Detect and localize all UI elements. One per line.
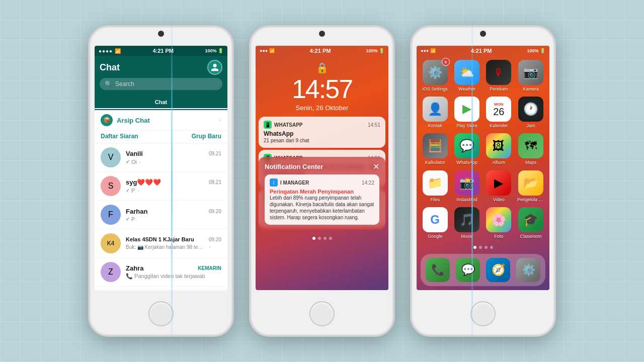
chat-item-kelas[interactable]: K4 Kelas 4SDN 1 KJajar Baru 09.20 Buk: 📷…: [95, 229, 227, 258]
new-group-button[interactable]: Grup Baru: [192, 133, 221, 140]
app-instamod[interactable]: 📸 InstasMod: [453, 170, 480, 202]
chat-info-farhan: Farhan 09.20 ✓ P: [126, 208, 221, 222]
notif-center-header: Notification Center ✕: [265, 162, 379, 171]
chat-info-syg: syg❤️❤️❤️ 09.21 ✓ P ›: [126, 178, 221, 194]
search-icon: 🔍: [105, 80, 112, 87]
app-contacts[interactable]: 👤 Kontak: [422, 97, 448, 128]
home-dot-1: [473, 246, 476, 249]
app-calculator[interactable]: 🧮 Kalkulator: [422, 133, 448, 165]
app-pengelola[interactable]: 📂 Pengelola File: [517, 170, 544, 202]
app-calendar[interactable]: MON 26 Kalender: [486, 97, 512, 128]
app-weather[interactable]: ⛅ Weather: [453, 60, 480, 92]
app-video[interactable]: ▶ Video: [486, 170, 512, 202]
app-grid: ⚙️ 6 iOS Settings ⛅ Weather 🎙 Perekam 📷 …: [417, 56, 549, 243]
chat-name-farhan: Farhan: [126, 208, 147, 215]
notif-body-1: 21 pesan dari 9 chat: [264, 137, 380, 144]
app-clock[interactable]: 🕐 Jam: [517, 97, 544, 128]
app-ios-settings[interactable]: ⚙️ 6 iOS Settings: [422, 60, 448, 92]
notif-manager-app: i I MANAGER: [270, 178, 309, 187]
classroom-label: Classroom: [520, 234, 541, 239]
page-dots-3: [417, 243, 549, 252]
app-camera[interactable]: 📷 Kamera: [517, 60, 544, 92]
photos-icon: 🌸: [486, 207, 511, 232]
app-whatsapp-home[interactable]: 💬 WhatsApp: [453, 133, 480, 165]
chat-time-vanili: 09.21: [209, 151, 221, 156]
archive-icon: 📦: [101, 114, 113, 126]
app-maps[interactable]: 🗺 Maps: [517, 133, 544, 165]
chevron-syg: ›: [137, 187, 139, 194]
app-google[interactable]: G Google: [422, 207, 448, 239]
phone-notch-2: [319, 31, 325, 37]
wa-archive-row[interactable]: 📦 Arsip Chat ›: [95, 110, 227, 131]
home-dot-3: [485, 246, 488, 249]
chat-item-farhan[interactable]: F Farhan 09.20 ✓ P: [95, 201, 227, 229]
app-music[interactable]: 🎵 Music: [453, 207, 480, 239]
pengelola-label: Pengelola File: [517, 197, 544, 202]
dock-safari[interactable]: 🧭: [486, 258, 510, 282]
archive-label: Arsip Chat: [117, 117, 150, 124]
music-icon: 🎵: [454, 207, 479, 232]
notif-manager-card[interactable]: i I MANAGER 14:22 Peringatan Merah Penyi…: [265, 174, 379, 225]
wa-search-box[interactable]: 🔍 Search: [100, 78, 222, 90]
app-playstore[interactable]: ▶ Play Store: [453, 97, 480, 128]
phone-screen-2: ●●● 📶 4:21 PM 100% 🔋 🔒 14:57 Senin, 26 O…: [256, 46, 388, 290]
notif-time-1: 14:51: [368, 122, 380, 128]
search-placeholder: Search: [115, 80, 134, 87]
chat-item-vanili[interactable]: V Vanili 09.21 ✓ Oi ›: [95, 143, 227, 172]
home-button-3[interactable]: [470, 301, 496, 326]
lock-time: 14:57: [292, 76, 352, 102]
chat-item-anggun[interactable]: A Anggun Della 26/10/2020 ✓ P: [95, 287, 227, 290]
app-classroom[interactable]: 🎓 Classroom: [517, 207, 544, 239]
google-icon: G: [423, 207, 448, 232]
status-time-1: 4:21 PM: [152, 48, 174, 54]
app-files-home[interactable]: 📁 Files: [422, 170, 448, 202]
broadcast-label[interactable]: Daftar Siaran: [101, 133, 138, 140]
whatsapp-home-label: WhatsApp: [456, 160, 477, 165]
wa-notif-icon-1: 📱: [264, 121, 272, 129]
status-time-3: 4:21 PM: [471, 48, 492, 54]
home-button-1[interactable]: [148, 301, 174, 326]
archive-chevron: ›: [219, 117, 221, 124]
notif-card-1[interactable]: 📱 WHATSAPP 14:51 WhatsApp 21 pesan dari …: [259, 117, 385, 148]
ios-settings-label: iOS Settings: [423, 86, 448, 92]
tab-chat[interactable]: Chat: [95, 95, 227, 109]
phone-homescreen: ●●● 📶 4:21 PM 100% 🔋 ⚙️ 6 iOS Settings ⛅…: [410, 25, 556, 337]
clock-label: Jam: [526, 123, 535, 128]
chat-item-zahra[interactable]: Z Zahra KEMARIN 📞 Panggilan video tak te…: [95, 258, 227, 287]
app-recorder[interactable]: 🎙 Perekam: [486, 60, 512, 92]
chat-avatar-kelas: K4: [101, 233, 121, 253]
status-time-2: 4:21 PM: [310, 48, 331, 54]
maps-label: Maps: [525, 160, 536, 165]
calendar-icon: MON 26: [486, 97, 511, 122]
chat-info-zahra: Zahra KEMARIN 📞 Panggilan video tak terj…: [126, 264, 221, 280]
battery-1: 100% 🔋: [205, 48, 223, 53]
chat-time-kelas: 09.20: [209, 237, 221, 242]
chat-name-zahra: Zahra: [126, 264, 143, 272]
notif-close-button[interactable]: ✕: [373, 162, 379, 171]
dock-phone[interactable]: 📞: [426, 258, 450, 282]
dot-2: [318, 237, 321, 240]
chat-item-syg[interactable]: S syg❤️❤️❤️ 09.21 ✓ P ›: [95, 172, 227, 201]
app-album[interactable]: 🖼 Album: [486, 133, 512, 165]
chat-info-kelas: Kelas 4SDN 1 KJajar Baru 09.20 Buk: 📷 Ke…: [126, 236, 221, 250]
dock-settings[interactable]: ⚙️: [516, 258, 540, 282]
video-label: Video: [493, 197, 505, 202]
dock-messages[interactable]: 💬: [456, 258, 480, 282]
chat-avatar-zahra: Z: [101, 262, 121, 282]
video-icon: ▶: [486, 170, 511, 196]
recorder-icon: 🎙: [486, 60, 511, 85]
home-dot-2: [479, 246, 482, 249]
chat-preview-farhan: P: [131, 216, 135, 222]
chat-list: V Vanili 09.21 ✓ Oi › S: [95, 143, 227, 290]
calendar-label: Kalender: [490, 123, 508, 128]
home-button-2[interactable]: [309, 301, 335, 326]
playstore-label: Play Store: [456, 123, 477, 128]
chat-avatar-farhan: F: [101, 205, 121, 225]
chat-avatar-vanili: V: [101, 147, 121, 167]
wa-profile-icon[interactable]: [207, 60, 222, 75]
pengelola-icon: 📂: [518, 170, 543, 196]
contacts-label: Kontak: [428, 123, 442, 128]
status-bar-3: ●●● 📶 4:21 PM 100% 🔋: [417, 46, 549, 56]
app-photos[interactable]: 🌸 Foto: [486, 207, 512, 239]
lock-icon: 🔒: [316, 62, 329, 74]
